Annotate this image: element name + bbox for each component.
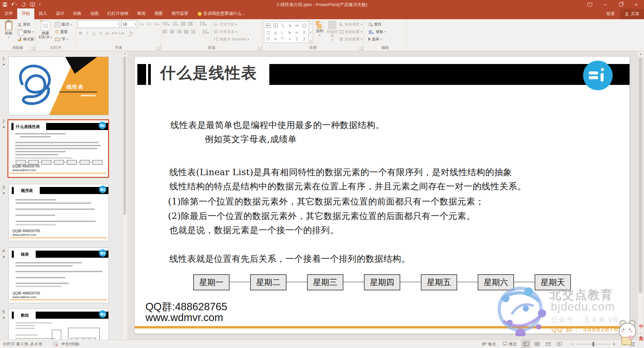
vertical-textbox-shape-icon[interactable]: A [273,23,277,28]
slide-thumbnail-4[interactable]: 链表 QQ群:488628765 www.wdmvr.com [8,248,109,303]
line-spacing-button[interactable]: ▾ [200,21,206,27]
grow-font-button[interactable]: A▲ [139,21,145,28]
scroll-up-icon[interactable]: ▲ [123,52,127,55]
reading-view-button[interactable] [543,340,553,348]
slide-thumbnail-2-selected[interactable]: 什么是线性表 QQ群:488628765 www.wdmvr.com [7,119,109,178]
paste-button[interactable]: 粘贴 ▾ [1,20,16,44]
clear-formatting-button[interactable]: A [154,21,160,28]
shape-fill-button[interactable]: 形状填充▾ [339,21,362,28]
thumbnail-scrollbar[interactable]: ▲ [122,51,127,340]
slideshow-view-button[interactable] [554,340,564,348]
scribble-shape-icon[interactable]: ∿ [274,37,277,41]
justify-button[interactable] [184,29,189,35]
oval-shape-icon[interactable]: ◯ [302,23,306,28]
tell-me-box[interactable]: 告诉我您想要做什么... [193,8,248,19]
decrease-indent-button[interactable] [181,21,185,27]
slide-counter[interactable]: 幻灯片 第 2 张, 共 8 张 [3,340,42,348]
right-brace-shape-icon[interactable]: } [303,37,305,41]
elbow-arrow-shape-icon[interactable]: ↳ [288,30,291,34]
chain-box-friday[interactable]: 星期五 [421,274,457,290]
shapes-gallery-scrollbar[interactable]: ▲▼▼̲ [308,21,313,43]
distribute-button[interactable] [191,29,196,35]
numbering-button[interactable]: 12▾ [172,21,178,27]
curve-shape-icon[interactable]: ～ [288,37,292,41]
rounded-rectangle-shape-icon[interactable]: ▢ [266,30,270,34]
line-shape-icon[interactable]: ╲ [281,23,284,28]
restore-button[interactable] [613,0,629,9]
replace-button[interactable]: ab⇄ac替换▾ [369,29,386,35]
freeform-shape-icon[interactable]: ⬡ [267,37,270,41]
elbow-shape-icon[interactable]: ∟ [281,30,284,34]
quick-styles-button[interactable]: 快速样式 ▾ [327,20,338,44]
tab-review[interactable]: 审阅 [133,8,150,19]
spell-check-icon[interactable] [53,340,58,348]
arc-shape-icon[interactable]: ◠ [281,37,284,41]
zoom-in-button[interactable]: + [613,340,615,348]
rectangle-shape-icon[interactable]: ▭ [295,23,299,28]
slide-sorter-view-button[interactable] [532,340,542,348]
ribbon-display-options-button[interactable] [582,0,598,9]
tab-slideshow[interactable]: 幻灯片放映 [103,8,133,19]
shapes-gallery[interactable]: A≡ A ╲ ↘ ▭ ◯ ▢ △ ∟ ↳ ⇨ ⇩ ⬡ ∿ ◠ ～ { [264,21,308,43]
tab-animations[interactable]: 动画 [86,8,103,19]
shape-outline-button[interactable]: 形状轮廓▾ [339,29,362,35]
arrange-button[interactable]: 排列 ▾ [314,20,325,44]
font-color-button[interactable]: A▾ [128,30,134,36]
increase-indent-button[interactable] [188,21,193,27]
body-line[interactable]: (1)除第一个位置的数据元素外，其它数据元素位置的前面都只有一个数据元素； [168,196,484,208]
notes-button[interactable]: 备注 [482,340,496,348]
copy-button[interactable]: 复制▾ [18,29,34,35]
font-size-combo[interactable]: 18▾ [121,20,137,28]
tab-home[interactable]: 开始 [17,8,34,19]
columns-button[interactable]: ▾ [203,29,209,35]
change-case-button[interactable]: Aa▾ [118,30,124,36]
ime-char[interactable]: 简 [639,336,643,342]
close-button[interactable]: × [629,0,644,9]
vertical-scrollbar[interactable]: ▲ ▼ [638,51,643,340]
text-direction-button[interactable]: A文字方向▾ [214,21,249,28]
bullets-button[interactable]: ▾ [163,21,169,27]
tab-design[interactable]: 设计 [52,8,69,19]
slide-canvas[interactable]: 什么是线性表 线性表是最简单也是编程中使用最多的一种数据结构。 例如英文字母表,… [135,57,630,334]
scrollbar-thumb[interactable] [639,57,642,293]
zoom-slider-thumb[interactable] [592,342,594,346]
slide-title[interactable]: 什么是线性表 [160,63,257,84]
align-right-button[interactable] [177,29,181,35]
minimize-button[interactable]: ─ [598,0,613,9]
left-brace-shape-icon[interactable]: { [296,37,298,41]
block-arrow-right-icon[interactable]: ⇨ [295,30,298,34]
italic-button[interactable]: I [84,30,90,36]
section-button[interactable]: 节▾ [55,36,72,42]
scroll-up-icon[interactable]: ▲ [638,52,643,56]
body-line[interactable]: 例如英文字母表,成绩单 [205,133,297,145]
layout-button[interactable]: 版式▾ [55,21,72,28]
chain-box-wednesday[interactable]: 星期三 [307,274,343,290]
scrollbar-thumb[interactable] [123,57,126,215]
convert-smartart-button[interactable]: 转换为 SmartArt▾ [214,36,249,42]
find-button[interactable]: 查找 [369,21,386,28]
body-line[interactable]: 线性表是最简单也是编程中使用最多的一种数据结构。 [170,119,384,131]
reset-button[interactable]: 重置 [55,29,72,35]
tab-storyboard[interactable]: 情节提要 [167,8,193,19]
strikethrough-button[interactable]: S [98,30,104,36]
textbox-shape-icon[interactable]: A≡ [266,23,271,28]
comments-button[interactable]: 批注 [503,340,517,348]
tab-insert[interactable]: 插入 [34,8,52,19]
zoom-out-button[interactable]: − [571,340,574,348]
tab-transitions[interactable]: 切换 [69,8,86,19]
chain-box-monday[interactable]: 星期一 [193,274,230,290]
sign-in-link[interactable]: 登录 [601,11,620,17]
body-line[interactable]: (2)除最后一个位置的数据元素外，其它数据元素位置的后面都只有一个元素。 [168,210,475,222]
block-arrow-down-icon[interactable]: ⇩ [303,30,306,34]
dialog-launcher-icon[interactable]: ↘ [31,46,35,50]
body-line[interactable]: 线性结构的特点是结构中的数据元素在位置上有序，并且元素之间存在一对一的线性关系。 [169,181,526,192]
dialog-launcher-icon[interactable]: ↘ [359,46,363,50]
shadow-button[interactable]: abc [104,30,110,36]
share-button[interactable]: 共享 [620,9,644,19]
shrink-font-button[interactable]: A▼ [146,21,152,28]
triangle-shape-icon[interactable]: △ [274,30,277,34]
slide-thumbnail-3[interactable]: 顺序表 QQ群:488628765 www.wdmvr.com [8,184,109,241]
ime-mascot[interactable] [618,319,637,346]
arrow-shape-icon[interactable]: ↘ [288,23,291,28]
select-button[interactable]: 选择▾ [369,36,386,42]
